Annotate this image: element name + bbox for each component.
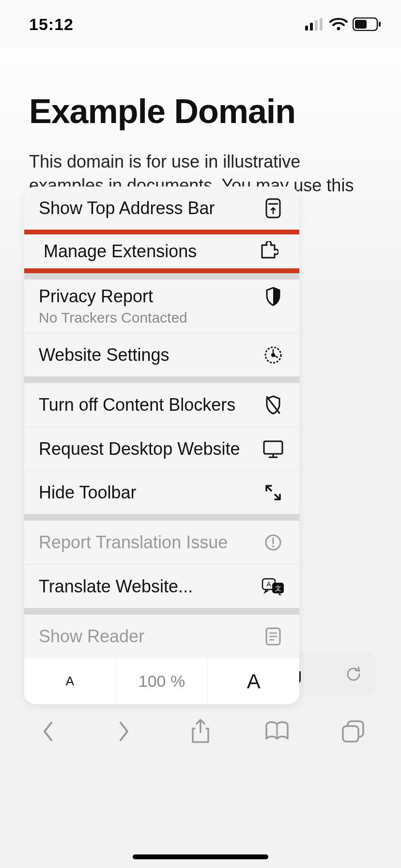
svg-rect-15 xyxy=(264,441,282,454)
menu-translate-website[interactable]: Translate Website... A文 xyxy=(24,564,299,608)
zoom-level[interactable]: 100 % xyxy=(116,658,208,704)
menu-item-subtitle: No Trackers Contacted xyxy=(39,310,187,326)
svg-point-19 xyxy=(272,545,274,547)
svg-rect-0 xyxy=(305,26,308,31)
menu-manage-extensions[interactable]: Manage Extensions xyxy=(24,230,299,273)
menu-show-reader: Show Reader xyxy=(24,615,299,658)
shield-slash-icon xyxy=(262,395,285,415)
address-bar-top-icon xyxy=(262,198,285,218)
bottom-toolbar xyxy=(0,705,401,758)
status-bar: 15:12 xyxy=(0,0,401,48)
menu-turn-off-content-blockers[interactable]: Turn off Content Blockers xyxy=(24,383,299,427)
menu-item-label: Manage Extensions xyxy=(44,241,257,262)
svg-rect-1 xyxy=(310,23,313,31)
menu-privacy-report[interactable]: Privacy Report No Trackers Contacted xyxy=(24,279,299,333)
battery-icon xyxy=(353,17,382,31)
cellular-icon xyxy=(305,18,324,31)
svg-text:文: 文 xyxy=(275,585,281,592)
reader-icon xyxy=(262,627,285,646)
menu-website-settings[interactable]: Website Settings xyxy=(24,333,299,376)
menu-item-label: Turn off Content Blockers xyxy=(39,395,262,415)
svg-text:A: A xyxy=(266,580,271,588)
svg-rect-30 xyxy=(343,726,358,742)
menu-item-label: Privacy Report xyxy=(39,286,262,307)
zoom-level-label: 100 % xyxy=(139,672,185,691)
svg-rect-2 xyxy=(315,20,318,31)
menu-hide-toolbar[interactable]: Hide Toolbar xyxy=(24,470,299,514)
zoom-out-button[interactable]: A xyxy=(24,658,116,704)
share-button[interactable] xyxy=(186,717,215,746)
menu-item-label: Website Settings xyxy=(39,345,262,365)
menu-item-label: Translate Website... xyxy=(39,576,262,597)
menu-item-label: Show Reader xyxy=(39,626,262,647)
forward-button[interactable] xyxy=(109,717,139,746)
puzzle-icon xyxy=(257,241,280,262)
back-button[interactable] xyxy=(33,717,62,746)
svg-rect-7 xyxy=(355,20,367,29)
page-title: Example Domain xyxy=(29,92,372,131)
shield-icon xyxy=(262,287,285,306)
gear-icon xyxy=(262,345,285,365)
bookmarks-button[interactable] xyxy=(262,717,292,746)
menu-request-desktop-website[interactable]: Request Desktop Website xyxy=(24,427,299,470)
zoom-in-label: A xyxy=(247,670,261,693)
zoom-out-label: A xyxy=(66,674,74,689)
menu-show-top-address-bar[interactable]: Show Top Address Bar xyxy=(24,186,299,230)
desktop-icon xyxy=(262,440,285,458)
tabs-button[interactable] xyxy=(339,717,368,746)
home-indicator xyxy=(133,854,268,859)
svg-point-4 xyxy=(337,27,340,31)
status-icons xyxy=(305,17,382,31)
zoom-row: A 100 % A xyxy=(24,658,299,704)
menu-item-label: Report Translation Issue xyxy=(39,532,262,553)
svg-rect-6 xyxy=(379,22,381,27)
wifi-icon xyxy=(329,17,348,31)
menu-item-label: Show Top Address Bar xyxy=(39,198,262,218)
menu-item-label: Request Desktop Website xyxy=(39,439,262,459)
menu-item-label: Hide Toolbar xyxy=(39,482,262,503)
arrows-diagonal-icon xyxy=(262,483,285,502)
zoom-in-button[interactable]: A xyxy=(208,658,299,704)
menu-report-translation-issue: Report Translation Issue xyxy=(24,521,299,564)
exclamation-circle-icon xyxy=(262,533,285,552)
svg-rect-3 xyxy=(320,18,323,31)
page-settings-menu: Show Top Address Bar Manage Extensions P… xyxy=(24,186,299,704)
status-time: 15:12 xyxy=(29,15,74,34)
reload-icon[interactable] xyxy=(345,666,362,683)
translate-icon: A文 xyxy=(262,577,285,596)
